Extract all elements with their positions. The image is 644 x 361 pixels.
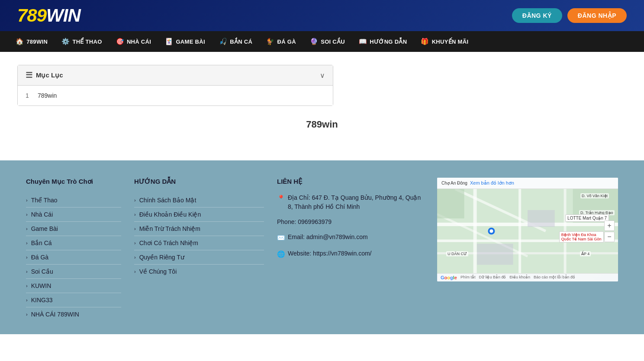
nav-item-sports[interactable]: ⚙️ THỂ THAO xyxy=(55,31,109,52)
logo[interactable]: 789WIN xyxy=(17,6,80,25)
nav-item-gamebai[interactable]: 🃏 GAME BÀI xyxy=(158,31,212,52)
svg-rect-12 xyxy=(477,244,513,265)
footer-link-gamebai[interactable]: › Game Bài xyxy=(26,222,121,236)
chevron-right-icon: › xyxy=(26,297,28,303)
map-zoom-out[interactable]: − xyxy=(604,232,615,242)
cho-an-dong-label: Chợ An Đông xyxy=(441,181,467,185)
footer-games-title: Chuyên Mục Trò Chơi xyxy=(26,178,121,185)
footer-link-casino[interactable]: › Nhà Cái xyxy=(26,208,121,222)
toc-list-icon: ☰ xyxy=(26,70,32,80)
footer-link-responsible-label: Chơi Có Trách Nhiệm xyxy=(139,240,198,246)
footer-link-daga-label: Đá Gà xyxy=(31,254,48,261)
nav-label-home: 789WIN xyxy=(26,38,48,45)
map-zoom-in[interactable]: + xyxy=(604,220,615,231)
sports-icon: ⚙️ xyxy=(61,38,70,45)
contact-address: 📍 Địa Chỉ: 647 Đ. Tạ Quang Bửu, Phường 4… xyxy=(277,193,424,211)
chevron-right-icon: › xyxy=(26,269,28,274)
logo-suffix: WIN xyxy=(46,5,80,26)
footer-link-about-label: Về Chúng Tôi xyxy=(139,268,177,275)
banca-icon: 🎣 xyxy=(219,38,227,45)
footer-link-soicau[interactable]: › Soi Cầu xyxy=(26,265,121,279)
page-title: 789win xyxy=(17,119,627,130)
footer-col-contact: LIÊN HỆ 📍 Địa Chỉ: 647 Đ. Tạ Quang Bửu, … xyxy=(277,178,424,321)
toc-header[interactable]: ☰ Mục Lục ∨ xyxy=(18,65,333,86)
footer-col-guide: HƯỚNG DẪN › Chính Sách Bảo Mật › Điều Kh… xyxy=(134,178,264,321)
toc-item-num: 1 xyxy=(26,92,32,99)
chevron-right-icon: › xyxy=(26,283,28,288)
footer-link-banca-label: Bắn Cá xyxy=(31,240,52,246)
footer-link-responsible[interactable]: › Chơi Có Trách Nhiệm xyxy=(134,236,264,250)
footer-link-casino-label: Nhà Cái xyxy=(31,211,53,218)
main-content: ☰ Mục Lục ∨ 1 789win 789win xyxy=(0,52,644,160)
footer-link-banca[interactable]: › Bắn Cá xyxy=(26,236,121,250)
map-placeholder: Chợ An Đông Xem bản đồ lớn hơn xyxy=(437,178,618,281)
map-container[interactable]: Chợ An Đông Xem bản đồ lớn hơn xyxy=(437,178,618,281)
chevron-right-icon: › xyxy=(26,240,28,246)
nav-label-huongdan: HƯỚNG DẪN xyxy=(370,38,407,45)
footer-link-disclaimer-label: Miễn Trừ Trách Nhiệm xyxy=(139,225,200,232)
header-buttons: ĐĂNG KÝ ĐĂNG NHẬP xyxy=(512,8,627,23)
location-icon: 📍 xyxy=(277,194,285,204)
footer-link-king33-label: KING33 xyxy=(31,297,53,303)
svg-rect-9 xyxy=(437,189,464,218)
chevron-right-icon: › xyxy=(26,312,28,317)
map-view-larger[interactable]: Xem bản đồ lớn hơn xyxy=(470,180,514,186)
nav-item-banca[interactable]: 🎣 BẮN CÁ xyxy=(212,31,259,52)
toc-body: 1 789win xyxy=(18,86,333,105)
register-button[interactable]: ĐĂNG KÝ xyxy=(512,8,562,23)
nav-item-daga[interactable]: 🐓 ĐÁ GÀ xyxy=(259,31,303,52)
chevron-right-icon: › xyxy=(26,226,28,231)
nav-item-home[interactable]: 🏠 789WIN xyxy=(9,31,55,52)
footer-link-sports[interactable]: › Thể Thao xyxy=(26,193,121,208)
map-ap-label: ẤP 4 xyxy=(580,251,591,256)
nav-label-soicau: SOI CẦU xyxy=(321,38,345,45)
navbar: 🏠 789WIN ⚙️ THỂ THAO 🎯 NHÀ CÁI 🃏 GAME BÀ… xyxy=(0,31,644,52)
footer-contact-title: LIÊN HỆ xyxy=(277,178,424,185)
globe-icon: 🌐 xyxy=(277,249,285,259)
footer-link-rights[interactable]: › Quyền Riêng Tư xyxy=(134,250,264,265)
footer-link-terms[interactable]: › Điều Khoản Điều Kiện xyxy=(134,208,264,222)
footer-link-privacy-policy[interactable]: › Chính Sách Bảo Mật xyxy=(134,193,264,208)
map-data-label: Dữ liệu Bản đồ xyxy=(479,275,506,280)
footer-link-nhacai789[interactable]: › NHÀ CÁI 789WIN xyxy=(26,307,121,321)
chevron-right-icon: › xyxy=(134,240,136,246)
map-road-label-1: D. Võ Văn Kiệt xyxy=(580,193,609,198)
toc-item-link[interactable]: 789win xyxy=(38,92,57,99)
table-of-contents: ☰ Mục Lục ∨ 1 789win xyxy=(17,65,333,106)
khuyenmai-icon: 🎁 xyxy=(421,38,429,45)
contact-email: ✉️ Email: admin@vn789win.com xyxy=(277,233,424,243)
contact-address-text: Địa Chỉ: 647 Đ. Tạ Quang Bửu, Phường 4, … xyxy=(288,193,424,211)
footer-link-daga[interactable]: › Đá Gà xyxy=(26,250,121,265)
footer-link-about[interactable]: › Về Chúng Tôi xyxy=(134,265,264,278)
toc-item: 1 789win xyxy=(26,90,325,101)
casino-icon: 🎯 xyxy=(116,38,124,45)
nav-item-khuyenmai[interactable]: 🎁 KHUYẾN MÃI xyxy=(414,31,475,52)
map-shortcut-label: Phím tắt xyxy=(460,275,476,280)
footer-link-rights-label: Quyền Riêng Tư xyxy=(139,254,184,261)
footer-link-disclaimer[interactable]: › Miễn Trừ Trách Nhiệm xyxy=(134,222,264,236)
toc-title: Mục Lục xyxy=(36,71,63,79)
nav-label-sports: THỂ THAO xyxy=(72,38,102,45)
contact-website-text: Website: https://vn789win.com/ xyxy=(288,249,372,258)
footer-link-kuwin-label: KUWIN xyxy=(31,282,52,289)
nav-label-khuyenmai: KHUYẾN MÃI xyxy=(432,38,469,45)
nav-label-casino: NHÀ CÁI xyxy=(127,38,151,45)
svg-rect-11 xyxy=(528,210,555,227)
map-controls: + − xyxy=(604,220,615,242)
footer-guide-title: HƯỚNG DẪN xyxy=(134,178,264,185)
nav-item-huongdan[interactable]: 📖 HƯỚNG DẪN xyxy=(352,31,414,52)
login-button[interactable]: ĐĂNG NHẬP xyxy=(567,8,627,23)
email-icon: ✉️ xyxy=(277,233,285,243)
header: 789WIN ĐĂNG KÝ ĐĂNG NHẬP xyxy=(0,0,644,31)
footer-link-sports-label: Thể Thao xyxy=(31,197,58,204)
nav-label-daga: ĐÁ GÀ xyxy=(277,38,296,45)
nav-item-soicau[interactable]: 🔮 SOI CẦU xyxy=(303,31,352,52)
map-top-bar: Chợ An Đông Xem bản đồ lớn hơn xyxy=(437,178,618,189)
map-bottom-bar: Google Phím tắt Dữ liệu Bản đồ Điều khoả… xyxy=(437,273,618,281)
footer-link-king33[interactable]: › KING33 xyxy=(26,293,121,307)
chevron-right-icon: › xyxy=(134,269,136,274)
chevron-down-icon: ∨ xyxy=(320,71,325,80)
footer-link-kuwin[interactable]: › KUWIN xyxy=(26,279,121,293)
chevron-right-icon: › xyxy=(134,212,136,217)
nav-item-casino[interactable]: 🎯 NHÀ CÁI xyxy=(109,31,158,52)
